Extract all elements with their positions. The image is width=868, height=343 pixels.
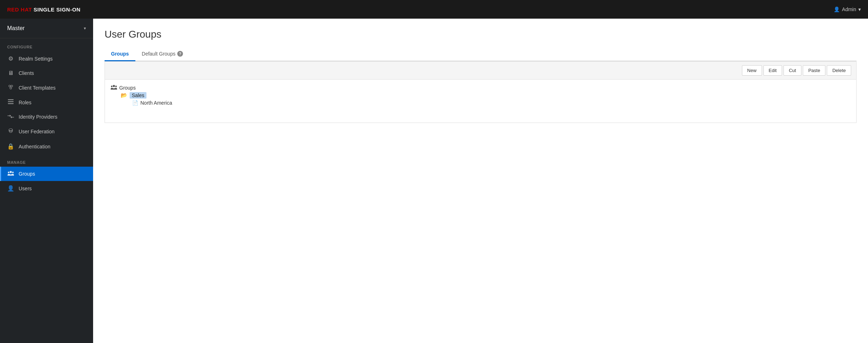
edit-button[interactable]: Edit [763, 65, 782, 76]
topnav: RED HAT SINGLE SIGN-ON 👤 Admin ▾ [0, 0, 868, 19]
user-icon: 👤 [834, 6, 840, 12]
tree-grandchildren: 📄 North America [132, 100, 850, 106]
sidebar-item-clients[interactable]: 🖥 Clients [0, 66, 93, 80]
sidebar-item-groups[interactable]: Groups [0, 167, 93, 181]
sidebar-item-client-templates[interactable]: Client Templates [0, 80, 93, 95]
tree-root-label: Groups [119, 85, 136, 91]
svg-point-10 [9, 129, 13, 131]
svg-point-15 [113, 85, 115, 87]
realm-chevron-icon: ▾ [84, 26, 86, 31]
sidebar-item-label: Roles [19, 100, 32, 105]
sidebar-item-label: User Federation [19, 129, 54, 134]
sidebar-item-label: Groups [19, 171, 35, 177]
sidebar-item-label: Clients [19, 70, 34, 76]
delete-button[interactable]: Delete [827, 65, 851, 76]
main-content: User Groups Groups Default Groups ? New … [93, 19, 868, 343]
tree-body: Groups 📂 Sales 📄 North America [105, 80, 856, 123]
svg-rect-3 [8, 99, 14, 100]
sidebar-item-users[interactable]: 👤 Users [0, 181, 93, 196]
sidebar-item-identity-providers[interactable]: Identity Providers [0, 110, 93, 124]
svg-marker-9 [10, 116, 12, 118]
sidebar-item-realm-settings[interactable]: ⚙ Realm Settings [0, 51, 93, 66]
user-label: Admin [842, 6, 856, 12]
sidebar-item-label: Realm Settings [19, 56, 53, 62]
paste-button[interactable]: Paste [803, 65, 825, 76]
svg-point-13 [8, 172, 9, 173]
tree-leaf-north-america[interactable]: 📄 North America [132, 100, 850, 106]
user-menu[interactable]: 👤 Admin ▾ [834, 6, 861, 12]
svg-point-17 [115, 86, 117, 87]
sidebar-item-user-federation[interactable]: User Federation [0, 124, 93, 139]
sidebar-item-label: Identity Providers [19, 114, 57, 120]
svg-rect-5 [8, 103, 14, 104]
default-groups-help-icon[interactable]: ? [177, 51, 183, 57]
svg-point-16 [111, 86, 112, 87]
svg-point-14 [12, 172, 14, 173]
svg-point-12 [10, 171, 12, 173]
svg-point-2 [10, 87, 12, 89]
brand-logo: RED HAT SINGLE SIGN-ON [7, 6, 81, 13]
new-button[interactable]: New [742, 65, 762, 76]
configure-section-label: Configure [0, 38, 93, 51]
roles-icon [7, 99, 14, 106]
sidebar-item-roles[interactable]: Roles [0, 95, 93, 110]
realm-selector[interactable]: Master ▾ [0, 19, 93, 38]
svg-rect-4 [8, 101, 14, 102]
users-icon: 👤 [7, 185, 14, 192]
svg-point-0 [9, 85, 11, 87]
sidebar-item-authentication[interactable]: 🔒 Authentication [0, 139, 93, 154]
identity-providers-icon [7, 114, 14, 120]
groups-icon [7, 171, 14, 177]
north-america-doc-icon: 📄 [132, 100, 138, 106]
sales-folder-icon: 📂 [121, 92, 127, 99]
svg-marker-8 [10, 115, 11, 117]
tree-children: 📂 Sales 📄 North America [121, 92, 850, 106]
brand-rest: SINGLE SIGN-ON [32, 6, 81, 13]
svg-point-1 [11, 85, 13, 87]
tree-node-sales[interactable]: 📂 Sales [121, 92, 850, 99]
tree-root: Groups [111, 85, 850, 91]
root-group-icon [111, 85, 117, 91]
user-federation-icon [7, 128, 14, 135]
layout: Master ▾ Configure ⚙ Realm Settings 🖥 Cl… [0, 19, 868, 343]
sidebar-item-label: Users [19, 186, 32, 191]
tree-leaf-north-america-label: North America [140, 100, 172, 106]
sidebar-item-label: Authentication [19, 144, 50, 149]
page-title: User Groups [105, 29, 857, 40]
tree-node-sales-label: Sales [130, 92, 146, 99]
tab-groups-label: Groups [111, 51, 129, 57]
manage-section-label: Manage [0, 154, 93, 167]
authentication-icon: 🔒 [7, 143, 14, 150]
realm-settings-icon: ⚙ [7, 55, 14, 62]
cut-button[interactable]: Cut [783, 65, 801, 76]
tab-default-groups-label: Default Groups [142, 51, 175, 57]
brand-red: RED HAT [7, 6, 32, 13]
tab-groups[interactable]: Groups [105, 47, 135, 61]
tabs: Groups Default Groups ? [105, 47, 857, 61]
tree-panel: New Edit Cut Paste Delete G [105, 61, 857, 123]
realm-name: Master [7, 25, 25, 32]
user-chevron-icon: ▾ [858, 6, 861, 12]
sidebar: Master ▾ Configure ⚙ Realm Settings 🖥 Cl… [0, 19, 93, 343]
clients-icon: 🖥 [7, 70, 14, 76]
tab-default-groups[interactable]: Default Groups ? [135, 47, 189, 61]
client-templates-icon [7, 84, 14, 91]
sidebar-item-label: Client Templates [19, 85, 56, 91]
tree-toolbar: New Edit Cut Paste Delete [105, 62, 856, 80]
